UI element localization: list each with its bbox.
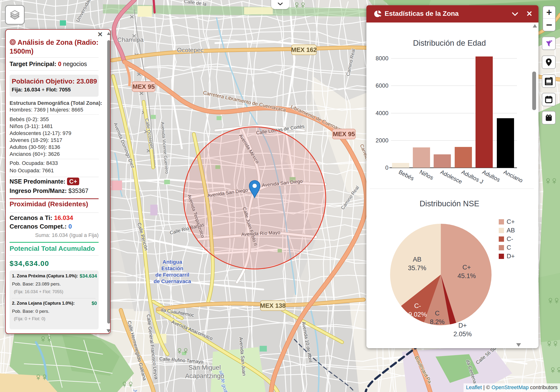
svg-text:8000: 8000 <box>376 55 388 61</box>
svg-text:D+: D+ <box>458 322 467 329</box>
svg-text:Bebés: Bebés <box>398 169 415 182</box>
svg-text:C+: C+ <box>507 218 515 225</box>
svg-text:2.05%: 2.05% <box>453 331 472 338</box>
svg-text:45.1%: 45.1% <box>458 272 476 280</box>
svg-text:MEX 95: MEX 95 <box>333 131 355 138</box>
svg-text:2000: 2000 <box>376 137 388 144</box>
svg-text:0: 0 <box>385 164 388 171</box>
svg-text:Distribución de Edad: Distribución de Edad <box>413 39 486 47</box>
svg-text:MEX 95: MEX 95 <box>133 83 155 90</box>
svg-text:MEX 138: MEX 138 <box>260 302 286 309</box>
svg-text:Distribución NSE: Distribución NSE <box>420 199 479 208</box>
svg-text:AB: AB <box>413 256 421 263</box>
svg-text:Adultos J: Adultos J <box>460 169 484 185</box>
svg-text:C+: C+ <box>462 264 471 271</box>
svg-text:35.7%: 35.7% <box>408 264 426 272</box>
svg-text:Estación: Estación <box>161 265 183 271</box>
svg-text:Niños: Niños <box>419 169 435 181</box>
svg-text:Acapantzingo: Acapantzingo <box>185 372 224 380</box>
svg-text:Adolesce: Adolesce <box>439 169 463 185</box>
svg-text:6000: 6000 <box>376 82 388 89</box>
svg-text:de Ferrocarril: de Ferrocarril <box>155 272 189 278</box>
svg-text:C: C <box>507 244 511 251</box>
svg-text:4000: 4000 <box>376 110 388 116</box>
svg-text:Adultos: Adultos <box>481 169 501 183</box>
svg-text:Antigua: Antigua <box>162 259 182 265</box>
svg-text:Ocotepec: Ocotepec <box>177 46 203 54</box>
svg-text:C-: C- <box>414 302 421 310</box>
svg-text:D+: D+ <box>507 252 515 260</box>
svg-text:9.02%: 9.02% <box>409 311 427 318</box>
svg-text:AB: AB <box>507 227 515 234</box>
svg-text:8.2%: 8.2% <box>430 318 445 325</box>
svg-text:C-: C- <box>507 235 513 242</box>
svg-text:C: C <box>435 310 440 317</box>
svg-text:San Miguel: San Miguel <box>188 364 221 371</box>
svg-text:de Cuernavaca: de Cuernavaca <box>154 278 191 284</box>
svg-text:Anciano: Anciano <box>503 169 524 183</box>
svg-text:Chamilpa: Chamilpa <box>117 36 144 43</box>
svg-text:MEX 162: MEX 162 <box>291 46 317 53</box>
